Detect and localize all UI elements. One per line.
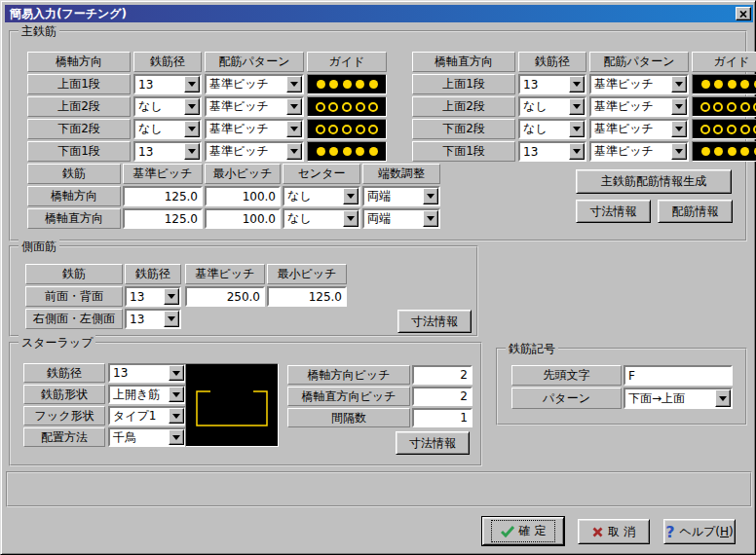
chevron-down-icon[interactable] xyxy=(569,121,585,137)
chevron-down-icon[interactable] xyxy=(169,408,184,424)
combo-value: なし xyxy=(520,121,569,137)
base-pitch-input-axis[interactable] xyxy=(123,186,203,206)
row-label-shape: 鉄筋形状 xyxy=(23,385,105,404)
row-label-top2: 上面2段 xyxy=(27,96,131,117)
pattern-combo-top1[interactable]: 基準ピッチ xyxy=(205,74,304,94)
hook-shape-combo[interactable]: タイプ1 xyxy=(108,406,186,426)
help-button[interactable]: ? ヘルプ(H) xyxy=(663,519,736,544)
chevron-down-icon[interactable] xyxy=(343,188,359,204)
pattern-combo-bottom2[interactable]: 基準ピッチ xyxy=(205,119,304,139)
min-pitch-input-axis[interactable] xyxy=(205,186,281,206)
chevron-down-icon[interactable] xyxy=(343,210,359,227)
perpendicular-pitch-input[interactable] xyxy=(412,387,472,406)
confirm-button[interactable]: 確 定 xyxy=(482,517,564,545)
guide-dot xyxy=(329,147,338,156)
pattern-combo-top2[interactable]: 基準ピッチ xyxy=(205,96,304,117)
window-title: 簡易入力(フーチング) xyxy=(7,6,736,22)
chevron-down-icon[interactable] xyxy=(164,288,179,305)
adjust-combo-perpendicular[interactable]: 両端 xyxy=(362,208,440,229)
base-pitch-input-perpendicular[interactable] xyxy=(123,208,203,229)
chevron-down-icon[interactable] xyxy=(423,210,438,227)
combo-value: 基準ピッチ xyxy=(207,76,286,92)
diameter-combo-top1[interactable]: 13 xyxy=(133,74,202,94)
diameter-combo-bottom1[interactable]: 13 xyxy=(518,141,586,162)
base-pitch-input-side[interactable] xyxy=(185,286,265,307)
chevron-down-icon[interactable] xyxy=(569,76,585,92)
center-combo-perpendicular[interactable]: なし xyxy=(283,208,360,229)
symbol-pattern-combo[interactable]: 下面→上面 xyxy=(624,388,733,409)
diameter-combo-bottom2[interactable]: なし xyxy=(518,119,586,139)
chevron-down-icon[interactable] xyxy=(184,98,200,115)
row-label-bottom1: 下面1段 xyxy=(412,141,515,162)
guide-dot xyxy=(700,102,710,112)
pattern-combo-top2[interactable]: 基準ピッチ xyxy=(589,96,689,117)
prefix-char-input[interactable] xyxy=(624,365,733,386)
min-pitch-input-perpendicular[interactable] xyxy=(205,208,281,229)
chevron-down-icon[interactable] xyxy=(184,121,200,137)
chevron-down-icon[interactable] xyxy=(671,143,687,160)
row-label-axis: 橋軸方向 xyxy=(27,186,121,206)
chevron-down-icon[interactable] xyxy=(715,389,731,407)
chevron-down-icon[interactable] xyxy=(671,121,687,137)
center-combo-axis[interactable]: なし xyxy=(283,186,360,206)
combo-value: 下面→上面 xyxy=(625,390,715,407)
pattern-combo-bottom1[interactable]: 基準ピッチ xyxy=(205,141,304,162)
chevron-down-icon[interactable] xyxy=(184,76,200,92)
chevron-down-icon[interactable] xyxy=(169,429,184,445)
col-header-min-pitch: 最小ピッチ xyxy=(267,264,347,284)
chevron-down-icon[interactable] xyxy=(671,98,687,115)
combo-value: 13 xyxy=(127,313,164,326)
chevron-down-icon[interactable] xyxy=(286,76,302,92)
diameter-combo-front-back[interactable]: 13 xyxy=(125,286,181,307)
diameter-combo-bottom2[interactable]: なし xyxy=(133,119,202,139)
placement-method-combo[interactable]: 千鳥 xyxy=(108,427,186,447)
pattern-combo-bottom2[interactable]: 基準ピッチ xyxy=(589,119,689,139)
adjust-combo-axis[interactable]: 両端 xyxy=(362,186,440,206)
chevron-down-icon[interactable] xyxy=(169,365,184,381)
guide-panel xyxy=(692,96,756,117)
dimension-info-button-stirrup[interactable]: 寸法情報 xyxy=(396,431,470,455)
close-button[interactable] xyxy=(736,7,751,20)
chevron-down-icon[interactable] xyxy=(671,76,687,92)
rebar-symbol-group: 鉄筋記号 先頭文字 パターン 下面→上面 xyxy=(496,348,747,426)
arrangement-info-button[interactable]: 配筋情報 xyxy=(658,200,733,223)
stirrup-shape-combo[interactable]: 上開き筋 xyxy=(108,385,186,404)
combo-value: 千鳥 xyxy=(110,429,169,446)
row-label-interval-count: 間隔数 xyxy=(287,408,410,427)
combo-value: 13 xyxy=(135,78,184,92)
cancel-button[interactable]: 取 消 xyxy=(578,519,650,544)
diameter-combo-top2[interactable]: なし xyxy=(133,96,202,117)
dimension-info-button-side[interactable]: 寸法情報 xyxy=(397,310,472,333)
pattern-combo-bottom1[interactable]: 基準ピッチ xyxy=(589,141,689,162)
chevron-down-icon[interactable] xyxy=(423,188,438,204)
chevron-down-icon[interactable] xyxy=(184,143,200,160)
chevron-down-icon[interactable] xyxy=(569,143,585,160)
diameter-combo-top1[interactable]: 13 xyxy=(518,74,586,94)
generate-main-rebar-info-button[interactable]: 主鉄筋配筋情報生成 xyxy=(576,169,732,194)
diameter-combo-left-right[interactable]: 13 xyxy=(125,309,181,329)
pattern-combo-top1[interactable]: 基準ピッチ xyxy=(589,74,689,94)
guide-dot xyxy=(329,80,338,89)
stirrup-group: スターラップ 鉄筋径 13 鉄筋形状 上開き筋 フック形状 タイプ1 配置方法 … xyxy=(9,342,482,466)
row-label-axis-pitch: 橋軸方向ピッチ xyxy=(287,365,410,385)
combo-value: タイプ1 xyxy=(110,408,169,425)
dimension-info-button-main[interactable]: 寸法情報 xyxy=(576,200,651,223)
chevron-down-icon[interactable] xyxy=(569,98,585,115)
min-pitch-input-side[interactable] xyxy=(267,286,347,307)
close-icon xyxy=(739,11,747,18)
chevron-down-icon[interactable] xyxy=(169,387,184,402)
diameter-combo-bottom1[interactable]: 13 xyxy=(133,141,202,162)
chevron-down-icon[interactable] xyxy=(286,143,302,160)
diameter-combo-top2[interactable]: なし xyxy=(518,96,586,117)
chevron-down-icon[interactable] xyxy=(286,121,302,137)
chevron-down-icon[interactable] xyxy=(164,311,179,327)
stirrup-diameter-combo[interactable]: 13 xyxy=(108,363,186,383)
combo-value: 基準ピッチ xyxy=(591,76,671,92)
guide-dot xyxy=(728,80,737,89)
axis-pitch-input[interactable] xyxy=(412,365,472,385)
chevron-down-icon[interactable] xyxy=(286,98,302,115)
interval-count-input[interactable] xyxy=(412,408,472,427)
guide-dot xyxy=(727,102,737,112)
row-label-bottom1: 下面1段 xyxy=(27,141,131,162)
guide-dot xyxy=(369,147,378,156)
